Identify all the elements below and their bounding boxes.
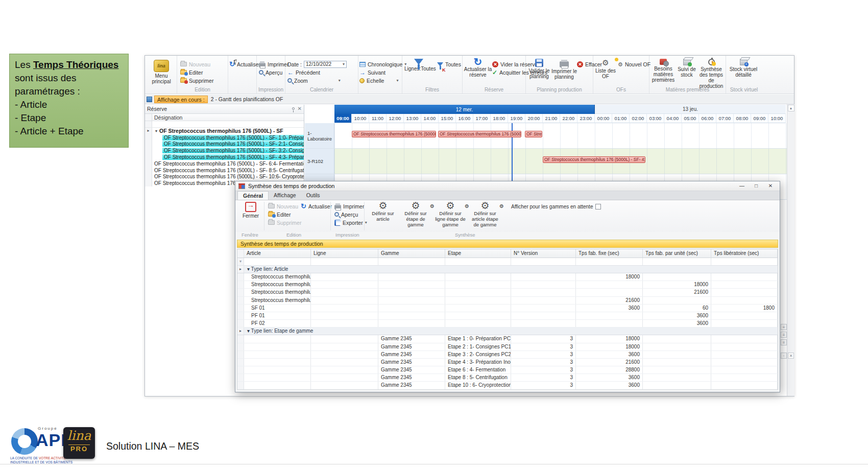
- hour-cell[interactable]: 03:00: [647, 114, 664, 123]
- gantt-bar[interactable]: OF Streptococcus thermophilus 176 (5000L…: [543, 156, 645, 163]
- hour-cell[interactable]: 05:00: [682, 114, 699, 123]
- chronologique-button[interactable]: Chronologique▾: [359, 60, 406, 68]
- table-row[interactable]: Streptococcus thermophilus 176...18000: [237, 281, 778, 289]
- toutes-button[interactable]: KToutes: [437, 60, 461, 68]
- table-row[interactable]: Gamme 2345Etape 8 : 5- Centrifugation336…: [237, 374, 778, 382]
- column-header[interactable]: Ligne: [311, 249, 378, 258]
- definir-etape-button[interactable]: ⚙Définir sur étape de gamme: [400, 202, 431, 227]
- table-row[interactable]: Streptococcus thermophilus 176...18000: [237, 273, 778, 281]
- hour-cell[interactable]: 13:00: [404, 114, 421, 123]
- date-input[interactable]: 12/10/2022▾: [304, 61, 347, 68]
- hour-cell[interactable]: 14:00: [421, 114, 439, 123]
- hour-cell[interactable]: 06:00: [699, 114, 716, 123]
- tree-row[interactable]: OF Streptococcus thermophilus 176 (5000L…: [145, 141, 304, 148]
- gantt-bar[interactable]: OF Streptococcus thermophilus 176 (5000L…: [352, 131, 436, 137]
- table-filter-row[interactable]: ▾: [237, 258, 778, 266]
- hour-cell[interactable]: 21:00: [543, 114, 560, 123]
- dlg-apercu-button[interactable]: Aperçu: [334, 211, 358, 218]
- tree-filter-row[interactable]: [145, 121, 304, 128]
- filter-cell[interactable]: [511, 258, 576, 265]
- definir-ligne-etape-button[interactable]: ⚙Définir sur ligne étape de gamme: [435, 202, 466, 227]
- dlg-nouveau-button[interactable]: Nouveau: [268, 202, 298, 210]
- imprimer-planning-button[interactable]: Imprimer le planning: [551, 59, 577, 80]
- stock-virtuel-button[interactable]: + Stock virtuel détaillé: [728, 59, 759, 78]
- dlg-exporter-button[interactable]: Exporter▾: [334, 219, 367, 226]
- hour-cell[interactable]: 08:00: [734, 114, 751, 123]
- filter-cell[interactable]: [711, 258, 778, 265]
- table-row[interactable]: PF 023600: [237, 320, 778, 328]
- close-icon[interactable]: ✕: [298, 106, 302, 111]
- hour-cell[interactable]: 04:00: [664, 114, 682, 123]
- table-group-row[interactable]: ▸▾ Type lien: Etape de gamme: [237, 328, 778, 335]
- menu-principal-button[interactable]: lina Menu principal: [146, 60, 177, 84]
- tab-général[interactable]: Général: [237, 191, 269, 200]
- tree-row[interactable]: OF Streptococcus thermophilus 176 (5000L…: [145, 160, 304, 167]
- dlg-supprimer-button[interactable]: Supprimer: [268, 219, 301, 226]
- filter-cell[interactable]: [643, 258, 711, 265]
- zoom-button[interactable]: Zoom▾: [287, 77, 341, 84]
- row-marker-icon[interactable]: ≡: [781, 339, 787, 345]
- minimize-button[interactable]: —: [735, 182, 749, 190]
- table-row[interactable]: Streptococcus thermophilus 176...21600: [237, 297, 778, 305]
- besoins-matieres-button[interactable]: Besoins matières premières: [649, 59, 677, 83]
- suivi-stock-button[interactable]: Suivi de stock: [677, 59, 696, 78]
- column-header[interactable]: Gamme: [378, 249, 445, 258]
- hour-cell[interactable]: 15:00: [439, 114, 456, 123]
- checkbox-icon[interactable]: [595, 204, 601, 209]
- dock-pin-icon[interactable]: ◦: [781, 353, 787, 359]
- hour-cell[interactable]: 09:00: [751, 114, 768, 123]
- tree-row[interactable]: OF Streptococcus thermophilus 176 (5000L…: [145, 147, 304, 154]
- table-row[interactable]: Streptococcus thermophilus 176...21600: [237, 289, 778, 296]
- hour-cell[interactable]: 01:00: [612, 114, 630, 123]
- liste-des-of-button[interactable]: ⚙ Liste des OF: [594, 59, 617, 79]
- row-marker-icon[interactable]: ≡: [781, 332, 787, 338]
- nouvel-of-button[interactable]: ⚙Nouvel OF: [618, 60, 650, 68]
- table-row[interactable]: Gamme 2345Etape 4 : 3- Préparation Inocu…: [237, 359, 778, 366]
- hour-cell[interactable]: 12:00: [387, 114, 404, 123]
- hour-cell[interactable]: 11:00: [369, 114, 387, 123]
- table-row[interactable]: PF 013600: [237, 312, 778, 320]
- apercu-button[interactable]: Aperçu: [259, 68, 282, 76]
- filter-cell[interactable]: [576, 258, 643, 265]
- filter-cell[interactable]: [244, 258, 311, 265]
- hour-cell[interactable]: 07:00: [716, 114, 734, 123]
- hour-cell[interactable]: 09:00: [334, 114, 352, 123]
- column-header[interactable]: Tps fab. fixe (sec): [576, 249, 643, 258]
- gantt-bar[interactable]: OF Streptococcus thermophilus 176 (5000L…: [438, 131, 521, 137]
- pin-icon[interactable]: [292, 107, 295, 110]
- supprimer-button[interactable]: Supprimer: [180, 77, 213, 84]
- dlg-editer-button[interactable]: Editer: [268, 211, 291, 218]
- column-header[interactable]: Etape: [445, 249, 511, 258]
- hour-cell[interactable]: 18:00: [491, 114, 508, 123]
- hour-cell[interactable]: 10:00: [352, 114, 369, 123]
- row-marker-icon[interactable]: ≡: [781, 324, 787, 330]
- fermer-button[interactable]: Fermer: [239, 202, 262, 219]
- table-row[interactable]: SF 013600601800: [237, 305, 778, 312]
- table-group-row[interactable]: ▸▾ Type lien: Article: [237, 266, 778, 273]
- column-header[interactable]: Tps fab. par unité (sec): [643, 249, 711, 258]
- hour-cell[interactable]: 19:00: [508, 114, 525, 123]
- gantt-bar[interactable]: OF Stre: [525, 131, 542, 137]
- table-row[interactable]: Gamme 2345Etape 10 : 6- Cryoprotection, …: [237, 382, 778, 389]
- dlg-actualiser-button[interactable]: ↻Actualiser: [301, 202, 332, 210]
- hour-cell[interactable]: 17:00: [473, 114, 491, 123]
- hour-cell[interactable]: 16:00: [456, 114, 473, 123]
- column-header[interactable]: Tps libératoire (sec): [711, 249, 778, 258]
- tree-row[interactable]: OF Streptococcus thermophilus 176 (5000L…: [145, 134, 304, 141]
- close-button[interactable]: ✕: [763, 182, 778, 190]
- nouveau-button[interactable]: Nouveau: [180, 60, 210, 68]
- hour-cell[interactable]: 20:00: [525, 114, 543, 123]
- hour-cell[interactable]: 10:00: [768, 114, 786, 123]
- dock-close-icon[interactable]: ✕: [788, 353, 794, 359]
- synthese-temps-button[interactable]: Synthèse des temps de production: [696, 59, 726, 89]
- hour-cell[interactable]: 23:00: [577, 114, 595, 123]
- hour-cell[interactable]: 22:00: [560, 114, 577, 123]
- dlg-imprimer-button[interactable]: Imprimer: [334, 202, 364, 210]
- precedent-button[interactable]: ←Précédent: [287, 68, 320, 76]
- tab-outils[interactable]: Outils: [301, 191, 325, 200]
- column-header[interactable]: Article: [244, 249, 311, 258]
- definir-article-etape-button[interactable]: ⚙Définir sur article étape de gamme: [469, 202, 501, 227]
- filter-cell[interactable]: [311, 258, 378, 265]
- gammes-attente-checkbox[interactable]: Afficher pour les gammes en attente: [511, 204, 601, 209]
- scroll-up-icon[interactable]: ▲: [788, 105, 794, 111]
